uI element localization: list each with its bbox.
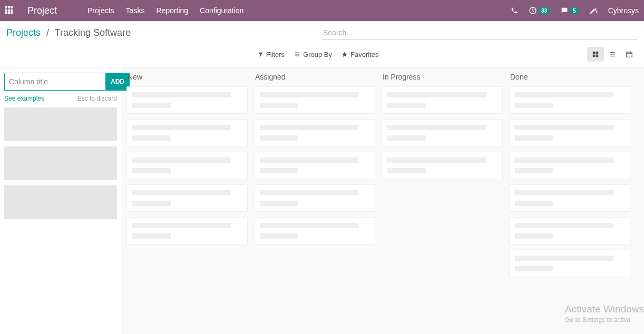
- favorites-button[interactable]: Favorites: [341, 51, 378, 58]
- kanban-card[interactable]: [126, 119, 248, 146]
- kanban-view-button[interactable]: [587, 47, 604, 62]
- kanban-card[interactable]: [509, 250, 630, 277]
- kanban-card[interactable]: [509, 86, 630, 114]
- calendar-view-button[interactable]: [621, 47, 638, 62]
- column-title: Done: [509, 73, 630, 81]
- breadcrumb-root[interactable]: Projects: [6, 27, 41, 38]
- breadcrumb-row: Projects / Tracking Software: [6, 26, 638, 40]
- kanban-card[interactable]: [382, 152, 503, 179]
- skeleton-line: [515, 223, 613, 228]
- kanban-card[interactable]: [509, 184, 630, 212]
- kanban-card[interactable]: [126, 184, 248, 212]
- skeleton-line: [132, 125, 231, 130]
- skeleton-line: [515, 201, 553, 206]
- skeleton-line: [387, 135, 426, 141]
- kanban-card[interactable]: [509, 152, 630, 179]
- skeleton-line: [387, 103, 426, 108]
- navbar: Project Projects Tasks Reporting Configu…: [0, 0, 644, 21]
- filter-row: Filters Group By Favorites: [6, 47, 638, 67]
- apps-icon[interactable]: [5, 6, 14, 15]
- skeleton-line: [132, 190, 231, 195]
- user-menu[interactable]: Cybrosys: [608, 6, 639, 15]
- skeleton-line: [260, 125, 358, 130]
- kanban-card[interactable]: [254, 184, 375, 212]
- skeleton-line: [515, 103, 553, 108]
- groupby-button[interactable]: Group By: [294, 51, 332, 58]
- view-switcher: [587, 47, 638, 62]
- nav-menu-projects[interactable]: Projects: [87, 6, 114, 15]
- watermark-line2: Go to Settings to activa: [565, 316, 644, 323]
- skeleton-line: [515, 266, 553, 271]
- search-wrap: [322, 26, 638, 40]
- breadcrumb: Projects / Tracking Software: [6, 27, 322, 38]
- column-title-input[interactable]: [4, 73, 105, 91]
- kanban-card[interactable]: [254, 119, 375, 146]
- skeleton-line: [260, 201, 298, 206]
- discard-hint: Esc to discard: [77, 95, 117, 102]
- skeleton-line: [515, 190, 613, 195]
- skeleton-line: [260, 233, 298, 239]
- watermark-line1: Activate Windows: [565, 303, 644, 315]
- skeleton-line: [260, 135, 298, 141]
- nav-menu-tasks[interactable]: Tasks: [126, 6, 145, 15]
- skeleton-line: [260, 223, 358, 228]
- skeleton-line: [132, 135, 171, 141]
- ghost-card: [4, 107, 117, 141]
- activity-icon[interactable]: 33: [529, 6, 550, 15]
- brand-title[interactable]: Project: [27, 5, 57, 16]
- kanban-card[interactable]: [126, 152, 248, 179]
- nav-left: Project Projects Tasks Reporting Configu…: [5, 5, 243, 16]
- kanban-column[interactable]: New: [123, 73, 251, 333]
- svg-rect-11: [627, 52, 632, 57]
- kanban-card[interactable]: [382, 119, 503, 146]
- skeleton-line: [132, 233, 171, 239]
- groupby-label: Group By: [303, 51, 332, 58]
- list-icon: [294, 51, 300, 57]
- skeleton-line: [260, 103, 298, 108]
- nav-menu-configuration[interactable]: Configuration: [200, 6, 243, 15]
- quick-create-row: ADD: [4, 73, 117, 91]
- phone-icon[interactable]: [511, 7, 518, 14]
- skeleton-line: [260, 92, 358, 97]
- funnel-icon: [258, 52, 264, 57]
- column-title: New: [126, 73, 248, 81]
- list-view-button[interactable]: [604, 47, 621, 62]
- breadcrumb-separator: /: [46, 27, 49, 38]
- kanban-card[interactable]: [126, 217, 248, 244]
- skeleton-line: [260, 158, 358, 163]
- list-view-icon: [609, 51, 616, 58]
- filters-button[interactable]: Filters: [258, 51, 285, 58]
- skeleton-line: [132, 158, 231, 163]
- svg-rect-6: [593, 55, 596, 57]
- skeleton-line: [260, 190, 358, 195]
- kanban-card[interactable]: [509, 119, 630, 146]
- skeleton-line: [132, 201, 171, 206]
- kanban-card[interactable]: [254, 217, 375, 244]
- quick-create-column: ADD See examples Esc to discard: [0, 67, 121, 334]
- windows-watermark: Activate Windows Go to Settings to activ…: [565, 303, 644, 323]
- kanban-card[interactable]: [254, 152, 375, 179]
- skeleton-line: [515, 125, 613, 130]
- kanban-card[interactable]: [382, 86, 503, 114]
- filters-label: Filters: [266, 51, 285, 58]
- debug-icon[interactable]: [589, 6, 598, 15]
- kanban-card[interactable]: [254, 86, 375, 114]
- nav-menu: Projects Tasks Reporting Configuration: [87, 6, 243, 15]
- calendar-icon: [626, 51, 633, 58]
- kanban-column[interactable]: Assigned: [251, 73, 378, 333]
- skeleton-line: [132, 223, 231, 228]
- nav-right: 33 5 Cybrosys: [511, 6, 639, 15]
- search-input[interactable]: [322, 26, 638, 40]
- kanban-icon: [592, 51, 599, 58]
- messages-icon[interactable]: 5: [560, 6, 579, 15]
- kanban-column[interactable]: Done: [506, 73, 633, 333]
- filter-group: Filters Group By Favorites: [258, 51, 379, 58]
- see-examples-link[interactable]: See examples: [4, 95, 44, 102]
- kanban-card[interactable]: [126, 86, 248, 114]
- skeleton-line: [132, 103, 171, 108]
- nav-menu-reporting[interactable]: Reporting: [156, 6, 188, 15]
- kanban-board: ADD See examples Esc to discard NewAssig…: [0, 67, 644, 334]
- skeleton-line: [260, 168, 298, 173]
- kanban-card[interactable]: [509, 217, 630, 244]
- kanban-column[interactable]: In Progress: [378, 73, 506, 333]
